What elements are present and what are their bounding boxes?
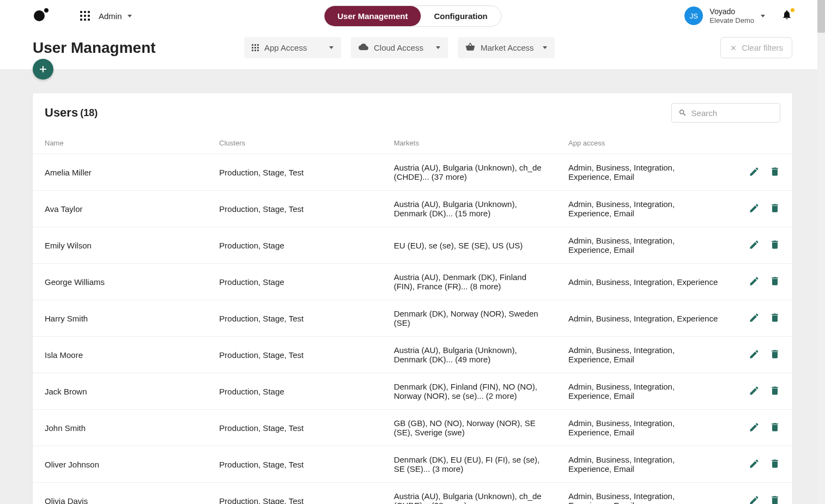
search-input[interactable] — [691, 108, 773, 118]
edit-button[interactable] — [749, 203, 760, 215]
trash-icon — [769, 166, 780, 177]
filter-label: App Access — [264, 43, 307, 52]
scrollbar[interactable] — [817, 0, 825, 504]
filters: App Access Cloud Access Market Access — [244, 37, 555, 58]
cell-markets: EU (EU), se (se), SE (SE), US (US) — [382, 227, 556, 264]
delete-button[interactable] — [769, 239, 780, 252]
cell-name: Jack Brown — [33, 373, 207, 410]
cell-clusters: Production, Stage, Test — [207, 191, 381, 227]
cell-access: Admin, Business, Integration, Experience… — [556, 191, 731, 227]
delete-button[interactable] — [769, 385, 780, 398]
cell-name: Ava Taylor — [33, 191, 207, 227]
scrollbar-thumb[interactable] — [817, 0, 825, 33]
cell-access: Admin, Business, Integration, Experience… — [556, 483, 731, 505]
edit-button[interactable] — [749, 385, 760, 398]
cell-name: George Williams — [33, 264, 207, 300]
pencil-icon — [749, 422, 760, 433]
edit-button[interactable] — [749, 495, 760, 505]
col-clusters: Clusters — [207, 132, 381, 154]
table-row: Isla Moore Production, Stage, Test Austr… — [33, 337, 792, 373]
pencil-icon — [749, 495, 760, 505]
edit-button[interactable] — [749, 239, 760, 252]
main-content: Users (18) Name Clusters Markets App acc… — [0, 69, 825, 504]
tab-user-management[interactable]: User Management — [324, 6, 421, 26]
delete-button[interactable] — [769, 422, 780, 434]
cell-name: Emily Wilson — [33, 227, 207, 264]
cell-markets: Austria (AU), Bulgaria (Unknown), ch_de … — [382, 154, 556, 191]
edit-button[interactable] — [749, 312, 760, 325]
edit-button[interactable] — [749, 276, 760, 288]
cell-access: Admin, Business, Integration, Experience… — [556, 410, 731, 446]
delete-button[interactable] — [769, 312, 780, 325]
filter-cloud-access[interactable]: Cloud Access — [351, 37, 448, 58]
admin-dropdown[interactable]: Admin — [99, 11, 132, 21]
avatar: JS — [684, 7, 703, 25]
caret-down-icon — [543, 46, 547, 49]
trash-icon — [769, 276, 780, 287]
edit-button[interactable] — [749, 422, 760, 434]
edit-button[interactable] — [749, 458, 760, 471]
trash-icon — [769, 349, 780, 360]
delete-button[interactable] — [769, 203, 780, 215]
admin-label: Admin — [99, 11, 122, 21]
search-icon — [678, 108, 687, 118]
pencil-icon — [749, 276, 760, 287]
edit-button[interactable] — [749, 166, 760, 179]
user-sub: Elevate Demo — [709, 16, 754, 25]
cell-access: Admin, Business, Integration, Experience… — [556, 154, 731, 191]
delete-button[interactable] — [769, 276, 780, 288]
cell-markets: Austria (AU), Denmark (DK), Finland (FIN… — [382, 264, 556, 300]
users-card: Users (18) Name Clusters Markets App acc… — [33, 93, 792, 504]
filter-market-access[interactable]: Market Access — [458, 37, 555, 58]
users-table: Name Clusters Markets App access Amelia … — [33, 132, 792, 504]
user-menu[interactable]: JS Voyado Elevate Demo — [684, 7, 765, 25]
pencil-icon — [749, 312, 760, 323]
table-row: Oliver Johnson Production, Stage, Test D… — [33, 446, 792, 483]
cell-name: Oliver Johnson — [33, 446, 207, 483]
caret-down-icon — [436, 46, 440, 49]
trash-icon — [769, 312, 780, 323]
table-row: Olivia Davis Production, Stage, Test Aus… — [33, 483, 792, 505]
cell-markets: Austria (AU), Bulgaria (Unknown), Denmar… — [382, 191, 556, 227]
trash-icon — [769, 203, 780, 214]
apps-icon[interactable] — [80, 11, 90, 21]
delete-button[interactable] — [769, 349, 780, 361]
cell-name: Olivia Davis — [33, 483, 207, 505]
tab-configuration[interactable]: Configuration — [421, 6, 500, 26]
filter-app-access[interactable]: App Access — [244, 37, 341, 58]
search-box[interactable] — [671, 103, 780, 123]
caret-down-icon — [128, 15, 132, 17]
cell-name: Harry Smith — [33, 300, 207, 337]
table-row: Harry Smith Production, Stage, Test Denm… — [33, 300, 792, 337]
cell-clusters: Production, Stage — [207, 373, 381, 410]
pencil-icon — [749, 239, 760, 250]
delete-button[interactable] — [769, 458, 780, 471]
edit-button[interactable] — [749, 349, 760, 361]
card-header: Users (18) — [33, 93, 792, 132]
delete-button[interactable] — [769, 166, 780, 179]
filter-label: Cloud Access — [374, 43, 423, 52]
cell-access: Admin, Business, Integration, Experience… — [556, 227, 731, 264]
cell-name: John Smith — [33, 410, 207, 446]
col-name: Name — [33, 132, 207, 154]
delete-button[interactable] — [769, 495, 780, 505]
cell-clusters: Production, Stage — [207, 227, 381, 264]
cell-clusters: Production, Stage, Test — [207, 446, 381, 483]
cell-access: Admin, Business, Integration, Experience… — [556, 446, 731, 483]
cell-access: Admin, Business, Integration, Experience — [556, 264, 731, 300]
apps-icon — [252, 44, 259, 51]
clear-filters-button[interactable]: Clear filters — [720, 37, 792, 58]
cell-markets: GB (GB), NO (NO), Norway (NOR), SE (SE),… — [382, 410, 556, 446]
cell-clusters: Production, Stage, Test — [207, 410, 381, 446]
logo — [33, 7, 50, 25]
pencil-icon — [749, 458, 760, 469]
table-row: John Smith Production, Stage, Test GB (G… — [33, 410, 792, 446]
cell-access: Admin, Business, Integration, Experience… — [556, 373, 731, 410]
cell-markets: Denmark (DK), EU (EU), FI (FI), se (se),… — [382, 446, 556, 483]
svg-point-0 — [34, 10, 45, 21]
add-user-button[interactable] — [33, 59, 53, 80]
cell-markets: Austria (AU), Bulgaria (Unknown), Denmar… — [382, 337, 556, 373]
notifications-button[interactable] — [781, 9, 792, 23]
cell-name: Isla Moore — [33, 337, 207, 373]
table-row: Jack Brown Production, Stage Denmark (DK… — [33, 373, 792, 410]
